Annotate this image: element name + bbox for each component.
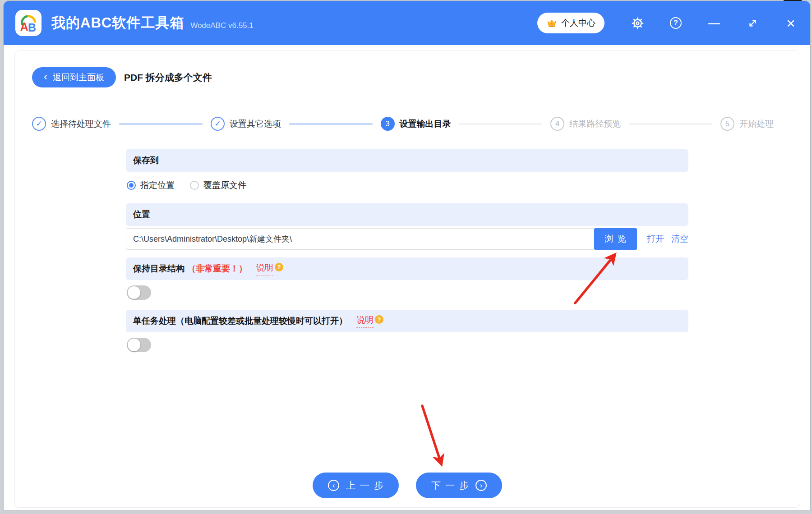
browse-button-label: 浏览 xyxy=(604,233,631,245)
maximize-button[interactable] xyxy=(746,16,759,30)
app-version: WodeABC v6.55.1 xyxy=(190,21,254,30)
single-task-toggle[interactable] xyxy=(127,338,151,352)
output-path-input[interactable]: C:\Users\Administrator\Desktop\新建文件夹\ xyxy=(126,228,594,250)
step-1-label: 选择待处理文件 xyxy=(51,118,111,130)
step-3-output-directory: 3 设置输出目录 xyxy=(381,117,451,131)
step-2-label: 设置其它选项 xyxy=(230,118,281,130)
single-task-section-header: 单任务处理（电脑配置较差或批量处理较慢时可以打开） 说明 ? xyxy=(126,310,688,332)
next-step-label: 下一步 xyxy=(431,479,473,492)
app-logo-icon: A B xyxy=(15,10,42,36)
single-task-help-link[interactable]: 说明 xyxy=(356,314,374,328)
keep-structure-important-note: （非常重要！） xyxy=(187,263,247,275)
help-button[interactable]: ? xyxy=(669,16,683,30)
keep-structure-section-header: 保持目录结构 （非常重要！） 说明 ? xyxy=(126,257,688,280)
step-indicator: ✓ 选择待处理文件 ✓ 设置其它选项 3 设置输出目录 4 结果路径预览 xyxy=(32,117,774,131)
back-chevron-icon: ‹ xyxy=(44,72,47,81)
open-folder-link[interactable]: 打开 xyxy=(647,233,664,245)
radio-specified-location[interactable]: 指定位置 xyxy=(127,179,175,191)
question-badge-icon[interactable]: ? xyxy=(375,315,383,324)
prev-circle-chevron-icon: ‹ xyxy=(328,480,339,491)
close-icon: × xyxy=(786,17,795,29)
previous-step-label: 上一步 xyxy=(346,479,388,492)
close-button[interactable]: × xyxy=(784,16,798,30)
step-connector xyxy=(629,124,712,124)
save-to-title: 保存到 xyxy=(133,155,159,166)
svg-text:A: A xyxy=(20,20,28,33)
page-title: PDF 拆分成多个文件 xyxy=(124,71,212,84)
back-to-dashboard-button[interactable]: ‹ 返回到主面板 xyxy=(32,67,116,87)
wizard-navigation: ‹ 上一步 下一步 › xyxy=(313,473,502,498)
browse-button[interactable]: 浏览 xyxy=(594,228,637,250)
radio-selected-icon xyxy=(127,181,136,190)
radio-overwrite-original[interactable]: 覆盖原文件 xyxy=(190,179,246,191)
keep-structure-title: 保持目录结构 xyxy=(133,263,185,275)
step-1-select-files: ✓ 选择待处理文件 xyxy=(32,117,111,131)
previous-step-button[interactable]: ‹ 上一步 xyxy=(313,473,399,498)
step-connector xyxy=(289,124,373,124)
radio-specified-label: 指定位置 xyxy=(140,179,175,191)
content-area: ‹ 返回到主面板 PDF 拆分成多个文件 ✓ 选择待处理文件 ✓ 设置其它选项 xyxy=(4,45,810,510)
step-2-check-icon: ✓ xyxy=(211,117,225,131)
settings-button[interactable] xyxy=(631,16,644,30)
personal-center-button[interactable]: 个人中心 xyxy=(537,13,604,33)
toolbar-row: ‹ 返回到主面板 PDF 拆分成多个文件 xyxy=(32,67,212,87)
step-connector xyxy=(459,124,543,124)
single-task-title: 单任务处理（电脑配置较差或批量处理较慢时可以打开） xyxy=(133,315,347,327)
minimize-button[interactable]: — xyxy=(707,16,721,30)
app-window: A B 我的ABC软件工具箱 WodeABC v6.55.1 个人中心 xyxy=(4,1,810,510)
title-bar: A B 我的ABC软件工具箱 WodeABC v6.55.1 个人中心 xyxy=(4,1,810,45)
step-5-number: 5 xyxy=(720,117,734,131)
help-icon: ? xyxy=(670,17,682,29)
resize-diagonal-icon xyxy=(747,18,758,29)
save-to-section-header: 保存到 xyxy=(126,149,688,172)
next-circle-chevron-icon: › xyxy=(475,480,487,491)
radio-overwrite-label: 覆盖原文件 xyxy=(203,179,246,191)
app-title: 我的ABC软件工具箱 xyxy=(51,14,184,32)
radio-unselected-icon xyxy=(190,181,199,190)
toggle-knob xyxy=(128,339,140,351)
back-button-label: 返回到主面板 xyxy=(53,72,104,83)
location-input-row: C:\Users\Administrator\Desktop\新建文件夹\ 浏览… xyxy=(126,228,688,250)
keep-structure-help-link[interactable]: 说明 xyxy=(256,262,273,275)
next-step-button[interactable]: 下一步 › xyxy=(416,473,502,498)
step-3-label: 设置输出目录 xyxy=(400,118,451,130)
step-4-number: 4 xyxy=(550,117,564,131)
step-5-start-processing: 5 开始处理 xyxy=(720,117,774,131)
crown-icon xyxy=(546,18,557,28)
step-4-label: 结果路径预览 xyxy=(569,118,621,130)
save-to-options: 指定位置 覆盖原文件 xyxy=(127,179,688,192)
output-settings-form: 保存到 指定位置 覆盖原文件 位置 C:\Users\Ad xyxy=(126,149,688,352)
main-card: ‹ 返回到主面板 PDF 拆分成多个文件 ✓ 选择待处理文件 ✓ 设置其它选项 xyxy=(14,50,800,508)
step-3-number: 3 xyxy=(381,117,395,131)
personal-center-label: 个人中心 xyxy=(561,17,595,29)
toggle-knob xyxy=(128,286,140,299)
svg-text:B: B xyxy=(28,21,36,33)
step-4-result-preview: 4 结果路径预览 xyxy=(550,117,621,131)
toolbar-divider xyxy=(15,99,800,99)
step-connector xyxy=(119,124,203,124)
keep-structure-toggle[interactable] xyxy=(127,285,151,300)
gear-icon xyxy=(632,17,644,29)
minimize-icon: — xyxy=(708,21,720,25)
location-section-header: 位置 xyxy=(126,203,688,226)
step-1-check-icon: ✓ xyxy=(32,117,46,131)
question-badge-icon[interactable]: ? xyxy=(275,263,283,271)
clear-path-link[interactable]: 清空 xyxy=(671,233,688,245)
step-5-label: 开始处理 xyxy=(739,118,774,130)
step-2-other-options: ✓ 设置其它选项 xyxy=(211,117,281,131)
location-title: 位置 xyxy=(133,209,150,220)
